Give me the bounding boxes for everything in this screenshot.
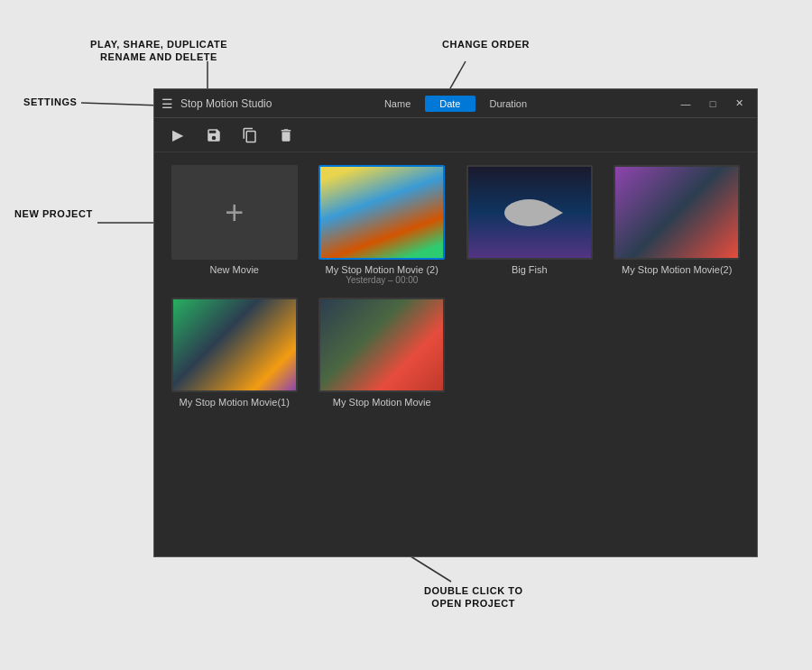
lego2-label: My Stop Motion Movie (2) [326, 264, 438, 275]
lego2-thumbnail [318, 165, 445, 260]
title-bar-right: — □ ✕ [554, 94, 750, 114]
movie1-label: My Stop Motion Movie(1) [180, 397, 290, 408]
movie-thumbnail [318, 298, 445, 392]
annotation-play-share: PLAY, SHARE, DUPLICATE RENAME AND DELETE [90, 38, 227, 64]
movie1-thumbnail [171, 298, 298, 392]
movie1-card[interactable]: My Stop Motion Movie(1) [167, 298, 302, 408]
title-bar: ☰ Stop Motion Studio Name Date Duration … [154, 89, 757, 118]
save-button[interactable] [201, 123, 226, 148]
title-bar-left: ☰ Stop Motion Studio [161, 96, 357, 111]
duplicate-button[interactable] [237, 123, 263, 148]
annotation-double-click: DOUBLE CLICK TO OPEN PROJECT [424, 584, 523, 610]
movie-image [320, 299, 443, 390]
toolbar: ▶ [154, 118, 757, 152]
movie-card[interactable]: My Stop Motion Movie [315, 298, 450, 408]
plus-icon: + [225, 194, 244, 232]
lego2-card[interactable]: My Stop Motion Movie (2) Yesterday – 00:… [315, 165, 450, 285]
annotation-settings: SETTINGS [23, 96, 77, 108]
sort-name-button[interactable]: Name [370, 96, 425, 112]
sort-duration-button[interactable]: Duration [475, 96, 542, 112]
annotation-new-project: NEW PROJECT [14, 207, 93, 220]
new-movie-thumbnail: + [171, 165, 298, 260]
hamburger-icon[interactable]: ☰ [161, 96, 173, 111]
lego2-image [320, 167, 443, 258]
maximize-button[interactable]: □ [703, 94, 723, 114]
svg-line-8 [408, 555, 451, 582]
new-movie-card[interactable]: + New Movie [167, 165, 302, 285]
bigfish-card[interactable]: Big Fish [462, 165, 597, 285]
movie1-image [173, 299, 296, 390]
app-window: ☰ Stop Motion Studio Name Date Duration … [153, 88, 758, 557]
bigfish-image [468, 167, 591, 258]
project-grid: + New Movie My Stop Motion Movie (2) Yes… [154, 152, 757, 556]
app-title: Stop Motion Studio [180, 97, 272, 110]
close-button[interactable]: ✕ [730, 94, 750, 114]
bigfish-label: Big Fish [512, 264, 548, 275]
svg-line-0 [81, 103, 161, 106]
sort-date-button[interactable]: Date [425, 96, 475, 112]
bigfish-thumbnail [466, 165, 593, 260]
sort-buttons: Name Date Duration [357, 96, 553, 112]
minimize-button[interactable]: — [676, 94, 696, 114]
lego2-date: Yesterday – 00:00 [346, 275, 418, 285]
movie2-image [615, 167, 738, 258]
new-movie-label: New Movie [210, 264, 259, 275]
movie2-card[interactable]: My Stop Motion Movie(2) [610, 165, 745, 285]
delete-button[interactable] [273, 123, 299, 148]
movie2-thumbnail [614, 165, 740, 260]
play-button[interactable]: ▶ [165, 123, 190, 148]
movie-label: My Stop Motion Movie [333, 397, 431, 408]
annotation-change-order: CHANGE ORDER [442, 38, 530, 50]
movie2-label: My Stop Motion Movie(2) [622, 264, 732, 275]
